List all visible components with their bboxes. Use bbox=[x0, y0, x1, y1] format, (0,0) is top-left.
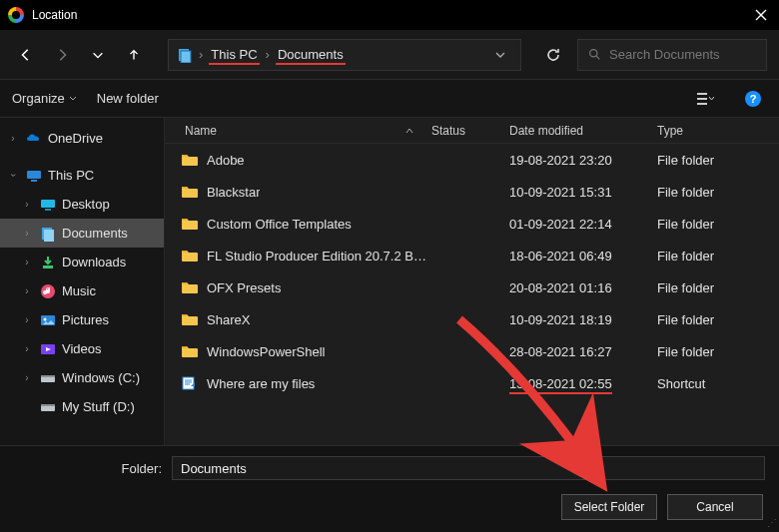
svg-rect-1 bbox=[181, 51, 191, 63]
tree-thispc[interactable]: › This PC bbox=[0, 161, 164, 190]
help-button[interactable]: ? bbox=[739, 85, 767, 113]
file-date: 10-09-2021 15:31 bbox=[509, 185, 657, 200]
search-icon bbox=[588, 48, 601, 61]
titlebar: Location bbox=[0, 0, 779, 30]
svg-rect-8 bbox=[27, 171, 41, 179]
select-folder-button[interactable]: Select Folder bbox=[561, 494, 657, 520]
folder-label: Folder: bbox=[14, 461, 162, 476]
file-type: File folder bbox=[657, 344, 767, 359]
svg-rect-9 bbox=[31, 180, 37, 182]
file-row[interactable]: ShareX10-09-2021 18:19File folder bbox=[165, 303, 779, 335]
file-row[interactable]: WindowsPowerShell28-08-2021 16:27File fo… bbox=[165, 335, 779, 367]
search-input[interactable]: Search Documents bbox=[577, 39, 767, 71]
file-type: File folder bbox=[657, 280, 767, 295]
svg-rect-14 bbox=[43, 266, 53, 268]
column-headers[interactable]: Name Status Date modified Type bbox=[165, 118, 779, 144]
file-type: Shortcut bbox=[657, 376, 767, 391]
svg-rect-5 bbox=[697, 103, 707, 105]
tree-pictures[interactable]: › Pictures bbox=[0, 305, 164, 334]
documents-icon bbox=[177, 47, 193, 63]
search-placeholder: Search Documents bbox=[609, 47, 720, 62]
tree-documents[interactable]: › Documents bbox=[0, 219, 164, 248]
file-name: Adobe bbox=[207, 153, 245, 168]
up-button[interactable] bbox=[120, 41, 148, 69]
tree-downloads[interactable]: › Downloads bbox=[0, 248, 164, 276]
folder-icon bbox=[181, 344, 199, 358]
toolbar: Organize New folder ? bbox=[0, 80, 779, 118]
sort-asc-icon bbox=[405, 127, 413, 135]
refresh-button[interactable] bbox=[537, 39, 569, 71]
svg-point-2 bbox=[590, 50, 597, 57]
tree-mystuff-d[interactable]: My Stuff (D:) bbox=[0, 392, 164, 421]
file-name: Custom Office Templates bbox=[207, 217, 352, 232]
breadcrumb-root[interactable]: This PC bbox=[209, 47, 259, 62]
file-name: ShareX bbox=[207, 312, 250, 327]
file-row[interactable]: Blackstar10-09-2021 15:31File folder bbox=[165, 176, 779, 208]
file-row[interactable]: Custom Office Templates01-09-2021 22:14F… bbox=[165, 208, 779, 240]
svg-rect-11 bbox=[45, 209, 51, 211]
tree-onedrive[interactable]: › OneDrive bbox=[0, 124, 164, 153]
file-date: 20-08-2021 01:16 bbox=[509, 280, 657, 295]
dialog-footer: Folder: Select Folder Cancel bbox=[0, 445, 779, 532]
file-row[interactable]: OFX Presets20-08-2021 01:16File folder bbox=[165, 271, 779, 303]
breadcrumb-current[interactable]: Documents bbox=[276, 47, 346, 62]
organize-button[interactable]: Organize bbox=[12, 91, 77, 106]
navbar: › This PC › Documents Search Documents bbox=[0, 30, 779, 80]
file-type: File folder bbox=[657, 185, 767, 200]
tree-videos[interactable]: › Videos bbox=[0, 334, 164, 363]
tree-desktop[interactable]: › Desktop bbox=[0, 190, 164, 219]
file-date: 13-08-2021 02:55 bbox=[509, 376, 657, 391]
back-button[interactable] bbox=[12, 41, 40, 69]
view-button[interactable] bbox=[691, 85, 719, 113]
svg-rect-13 bbox=[44, 230, 54, 242]
file-date: 19-08-2021 23:20 bbox=[509, 153, 657, 168]
folder-icon bbox=[181, 185, 199, 199]
file-name: OFX Presets bbox=[207, 280, 281, 295]
folder-icon bbox=[181, 312, 199, 326]
svg-rect-23 bbox=[183, 377, 194, 389]
address-dropdown[interactable] bbox=[488, 50, 512, 60]
new-folder-button[interactable]: New folder bbox=[97, 91, 159, 106]
folder-icon bbox=[181, 217, 199, 231]
file-date: 18-06-2021 06:49 bbox=[509, 249, 657, 264]
file-list-pane: Name Status Date modified Type Adobe19-0… bbox=[165, 118, 779, 445]
folder-icon bbox=[181, 249, 199, 263]
address-bar[interactable]: › This PC › Documents bbox=[168, 39, 521, 71]
svg-rect-22 bbox=[41, 404, 55, 406]
chrome-icon bbox=[8, 7, 24, 23]
col-date[interactable]: Date modified bbox=[509, 124, 583, 138]
tree-music[interactable]: › Music bbox=[0, 276, 164, 305]
folder-icon bbox=[181, 153, 199, 167]
col-status[interactable]: Status bbox=[431, 124, 465, 138]
file-row[interactable]: Adobe19-08-2021 23:20File folder bbox=[165, 144, 779, 176]
file-dialog: Location › This PC › Documents bbox=[0, 0, 779, 532]
chevron-down-icon bbox=[69, 95, 77, 103]
folder-input[interactable] bbox=[172, 456, 765, 480]
col-type[interactable]: Type bbox=[657, 124, 683, 138]
file-date: 01-09-2021 22:14 bbox=[509, 217, 657, 232]
svg-text:?: ? bbox=[750, 93, 757, 105]
forward-button[interactable] bbox=[48, 41, 76, 69]
dialog-body: › OneDrive › This PC › Desktop › Documen… bbox=[0, 118, 779, 445]
file-type: File folder bbox=[657, 153, 767, 168]
recent-dropdown[interactable] bbox=[84, 41, 112, 69]
nav-tree: › OneDrive › This PC › Desktop › Documen… bbox=[0, 118, 165, 445]
file-date: 28-08-2021 16:27 bbox=[509, 344, 657, 359]
close-button[interactable] bbox=[743, 0, 779, 30]
tree-windows-c[interactable]: › Windows (C:) bbox=[0, 363, 164, 392]
svg-point-17 bbox=[44, 317, 47, 320]
file-list: Adobe19-08-2021 23:20File folderBlacksta… bbox=[165, 144, 779, 445]
svg-rect-4 bbox=[697, 98, 707, 100]
window-title: Location bbox=[32, 8, 743, 22]
file-name: Blackstar bbox=[207, 185, 260, 200]
svg-rect-10 bbox=[41, 200, 55, 208]
file-name: FL Studio Producer Edition 20.7.2 Build … bbox=[207, 249, 431, 264]
file-row[interactable]: Where are my files13-08-2021 02:55Shortc… bbox=[165, 367, 779, 399]
cancel-button[interactable]: Cancel bbox=[667, 494, 763, 520]
file-name: WindowsPowerShell bbox=[207, 344, 326, 359]
file-row[interactable]: FL Studio Producer Edition 20.7.2 Build … bbox=[165, 240, 779, 271]
col-name[interactable]: Name bbox=[185, 124, 217, 138]
file-name: Where are my files bbox=[207, 376, 315, 391]
file-type: File folder bbox=[657, 217, 767, 232]
file-type: File folder bbox=[657, 249, 767, 264]
